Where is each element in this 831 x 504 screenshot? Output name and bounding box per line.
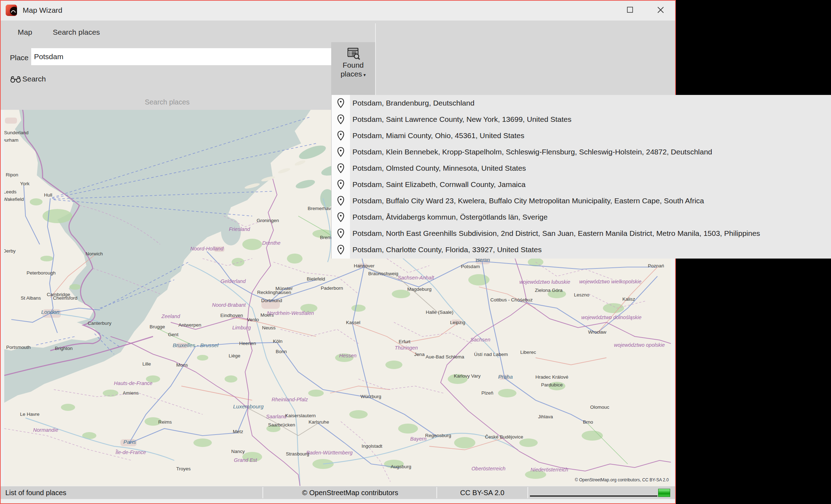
map-label: Brighton	[55, 346, 73, 351]
map-label: Neuss	[262, 325, 276, 330]
map-label: Venlo	[247, 317, 259, 322]
tab-search-places[interactable]: Search places	[53, 28, 100, 36]
map-label: Normandie	[33, 427, 58, 433]
place-result-label: Potsdam, Olmsted County, Minnesota, Unit…	[352, 164, 526, 172]
map-label: Regensburg	[425, 433, 451, 438]
map-label: Augsburg	[391, 464, 411, 469]
map-label: Kaiserslautern	[285, 413, 316, 418]
map-label: Braunschweig	[368, 271, 398, 276]
place-result-label: Potsdam, Åtvidabergs kommun, Östergötlan…	[352, 213, 548, 221]
map-label: Leeds	[4, 189, 17, 194]
map-pin-icon	[337, 114, 345, 125]
map-label: Paris	[123, 439, 136, 445]
binoculars-icon	[10, 74, 21, 84]
list-item[interactable]: Potsdam, Charlotte County, Florida, 3392…	[332, 242, 831, 258]
list-item[interactable]: Potsdam, Saint Lawrence County, New York…	[332, 111, 831, 128]
map-label: Ústí nad Labem	[474, 352, 508, 357]
list-item[interactable]: Potsdam, Klein Bennebek, Kropp-Stapelhol…	[332, 144, 831, 160]
map-label: Leipzig	[450, 320, 465, 325]
map-label: województwo wielkopolskie	[579, 279, 641, 284]
map-label: Hessen	[339, 353, 356, 358]
map-label: Derby	[4, 248, 16, 254]
map-label: York	[20, 181, 30, 186]
map-label: Friesland	[229, 226, 250, 232]
map-pin-icon	[337, 147, 345, 157]
map-label: Peterborough	[27, 270, 56, 276]
map-label: Strasbourg	[286, 451, 309, 457]
map-label: Niederösterreich	[531, 467, 568, 472]
list-item[interactable]: Potsdam, Åtvidabergs kommun, Östergötlan…	[332, 209, 831, 225]
place-input[interactable]	[31, 48, 333, 65]
map-label: Mons	[176, 362, 188, 368]
map-label: Bonn	[276, 349, 287, 354]
map-label: Saarland	[266, 414, 287, 419]
map-label: Wrocław	[588, 329, 606, 335]
progress-bar	[530, 488, 670, 497]
map-label: Erfurt	[398, 339, 410, 344]
map-label: Canterbury	[88, 321, 112, 326]
map-label: Recklinghausen	[257, 290, 291, 295]
map-label: Gent	[168, 332, 179, 337]
maximize-button[interactable]	[620, 1, 640, 19]
map-pin-icon	[337, 244, 345, 255]
statusbar: List of found places © OpenStreetMap con…	[1, 486, 675, 499]
progress-track	[530, 495, 657, 497]
map-label: Dortmund	[261, 298, 282, 303]
map-attribution: © OpenStreetMap.org contributors, CC BY-…	[575, 477, 669, 482]
map-label: Bayern	[410, 436, 426, 442]
map-label: Aue-Bad Schlema	[426, 354, 464, 359]
map-label: Hradec Králové	[535, 374, 568, 380]
map-label: Olomouc	[590, 404, 609, 410]
map-label: Sunderland	[4, 130, 29, 135]
map-label: Nordrhein-Westfalen	[267, 310, 314, 316]
place-result-label: Potsdam, Buffalo City Ward 23, Kwelera, …	[352, 197, 704, 205]
map-label: Lille	[142, 361, 151, 367]
place-result-label: Potsdam, Saint Lawrence County, New York…	[352, 115, 571, 124]
map-label: Metz	[233, 429, 243, 434]
status-attribution: © OpenStreetMap contributors	[263, 489, 437, 497]
close-icon	[657, 6, 664, 13]
search-button[interactable]: Search	[10, 74, 46, 84]
map-label: Hannover	[354, 263, 375, 268]
found-places-button[interactable]: Found places▾	[331, 42, 375, 96]
map-label: Portsmouth	[6, 345, 30, 350]
close-button[interactable]	[650, 1, 671, 19]
map-pin-icon	[337, 196, 345, 206]
map-label: Cottbus - Chóśebuz	[490, 297, 533, 302]
list-item[interactable]: Potsdam, North East Greenhills Subdivisi…	[332, 225, 831, 242]
map-label: Liège	[228, 353, 240, 358]
list-item[interactable]: Potsdam, Miami County, Ohio, 45361, Unit…	[332, 128, 831, 144]
map-label: Heerlen	[239, 341, 256, 346]
ribbon-separator	[375, 23, 376, 107]
map-label: Kassel	[346, 320, 361, 325]
place-result-label: Potsdam, Miami County, Ohio, 45361, Unit…	[352, 131, 524, 140]
map-label: Würzburg	[361, 394, 381, 399]
map-label: Groningen	[256, 218, 279, 223]
map-label: Gelderland	[221, 278, 246, 284]
map-label: České Budějovice	[485, 434, 523, 440]
map-label: Luxembourg	[233, 403, 264, 409]
map-label: Sachsen-Anhalt	[398, 275, 434, 281]
place-label: Place	[10, 53, 29, 62]
map-label: London	[41, 309, 60, 315]
map-label: Thüringen	[395, 345, 418, 351]
tab-map[interactable]: Map	[18, 28, 32, 36]
map-label: Plzeň	[481, 390, 493, 396]
map-label: Limburg	[232, 325, 251, 330]
map-pin-icon	[337, 179, 345, 190]
list-item[interactable]: Potsdam, Saint Elizabeth, Cornwall Count…	[332, 176, 831, 193]
map-label: Noord-Holland	[190, 246, 224, 251]
map-label: Île-de-France	[115, 449, 146, 455]
list-item[interactable]: Potsdam, Brandenburg, Deutschland	[332, 95, 831, 111]
map-label: Drenthe	[262, 240, 281, 246]
map-label: Leszno	[574, 292, 589, 298]
list-item[interactable]: Potsdam, Buffalo City Ward 23, Kwelera, …	[332, 193, 831, 209]
map-label: Bielefeld	[307, 276, 325, 282]
map-label: województwo opolskie	[614, 342, 665, 348]
map-label: Paderborn	[321, 285, 343, 291]
list-item[interactable]: Potsdam, Olmsted County, Minnesota, Unit…	[332, 160, 831, 176]
found-places-icon	[346, 46, 361, 61]
map-label: Bruxelles - Brussel	[173, 342, 219, 348]
map-label: Wakefield	[4, 197, 24, 202]
map-label: Brugge	[149, 324, 165, 329]
